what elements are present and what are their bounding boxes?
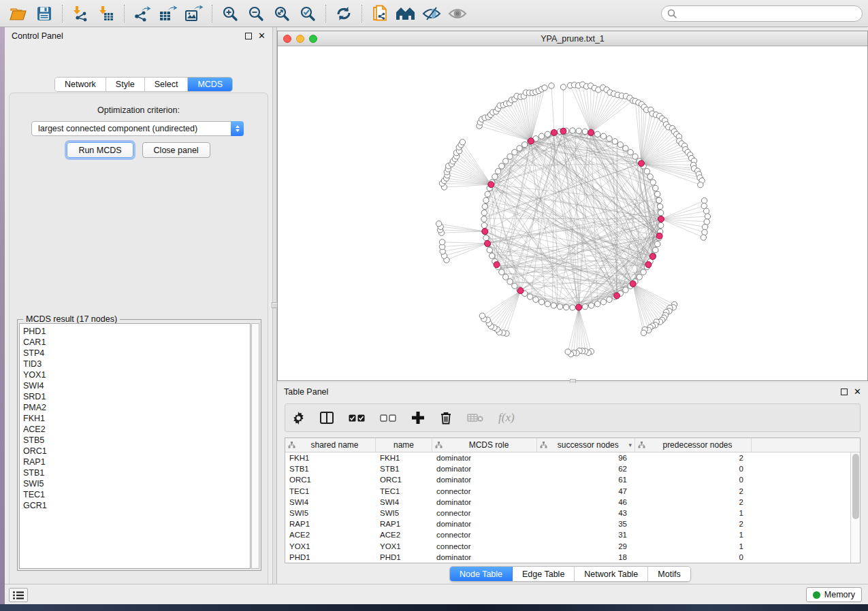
float-table-panel-icon[interactable] <box>841 389 848 395</box>
zoom-in-button[interactable] <box>217 3 243 24</box>
delete-column-button[interactable] <box>440 409 452 427</box>
tab-mcds[interactable]: MCDS <box>188 78 232 91</box>
table-row[interactable]: RAP1RAP1dominator352 <box>285 518 860 529</box>
table-cell: FKH1 <box>376 454 432 462</box>
control-panel-titlebar: Control Panel ✕ <box>5 27 272 45</box>
table-cell: connector <box>432 487 537 495</box>
split-columns-icon <box>320 412 334 424</box>
column-type-icon <box>540 442 547 448</box>
tab-select[interactable]: Select <box>145 78 189 91</box>
show-graphics-details-button[interactable] <box>445 3 470 24</box>
open-folder-icon <box>10 6 27 21</box>
table-cell: connector <box>432 542 537 550</box>
mcds-result-item[interactable]: TID3 <box>23 359 250 369</box>
mcds-result-item[interactable]: STB1 <box>23 467 250 478</box>
column-visibility-button[interactable] <box>320 409 334 427</box>
table-row[interactable]: SWI4SWI4dominator462 <box>285 497 860 508</box>
tab-style[interactable]: Style <box>106 78 145 91</box>
table-mode-gear-button[interactable] <box>292 409 305 427</box>
close-panel-icon[interactable]: ✕ <box>258 33 266 39</box>
table-row[interactable]: ORC1ORC1dominator610 <box>285 474 860 485</box>
memory-button[interactable]: Memory <box>806 587 862 602</box>
table-cell: connector <box>432 531 537 539</box>
table-row[interactable]: FKH1FKH1dominator962 <box>285 452 860 463</box>
network-graph[interactable] <box>278 46 867 380</box>
tab-network[interactable]: Network <box>55 78 106 91</box>
zoom-out-button[interactable] <box>243 3 269 24</box>
zoom-fit-button[interactable] <box>269 3 295 24</box>
network-view[interactable] <box>278 46 867 380</box>
mcds-result-item[interactable]: ACE2 <box>23 424 250 435</box>
import-network-button[interactable] <box>67 3 93 24</box>
update-view-button[interactable] <box>331 3 357 24</box>
mcds-result-item[interactable]: CAR1 <box>23 337 250 348</box>
optimization-criterion-select[interactable]: largest connected component (undirected) <box>31 121 244 136</box>
table-row[interactable]: STB1STB1dominator620 <box>285 463 860 474</box>
table-row[interactable]: TEC1TEC1connector472 <box>285 486 860 497</box>
table-row[interactable]: PHD1PHD1dominator180 <box>285 552 860 563</box>
save-floppy-icon <box>37 6 52 21</box>
column-header-successor-nodes[interactable]: successor nodes▾ <box>537 438 635 452</box>
export-image-button[interactable] <box>181 3 207 24</box>
float-panel-icon[interactable] <box>245 33 252 39</box>
mcds-result-item[interactable]: SWI5 <box>23 478 250 489</box>
column-header-predecessor-nodes[interactable]: predecessor nodes <box>635 438 752 452</box>
column-header-shared-name[interactable]: shared name <box>285 438 376 452</box>
table-row[interactable]: SWI5SWI5connector431 <box>285 508 860 518</box>
table-cell: TEC1 <box>285 487 376 495</box>
close-table-panel-icon[interactable]: ✕ <box>854 389 861 395</box>
mcds-result-item[interactable]: TEC1 <box>23 489 250 500</box>
mcds-result-item[interactable]: SRD1 <box>23 391 250 402</box>
mcds-list-scrollbar[interactable] <box>251 323 259 569</box>
column-header-MCDS-role[interactable]: MCDS role <box>432 438 537 452</box>
tab-edge-table[interactable]: Edge Table <box>513 567 575 581</box>
zoom-selected-button[interactable] <box>295 3 321 24</box>
mcds-result-item[interactable]: YOX1 <box>23 369 250 380</box>
mcds-result-item[interactable]: STP4 <box>23 348 250 359</box>
network-overview-button[interactable] <box>393 3 419 24</box>
tab-node-table[interactable]: Node Table <box>450 567 513 581</box>
tab-network-table[interactable]: Network Table <box>575 567 648 581</box>
open-file-button[interactable] <box>5 3 31 24</box>
table-cell: 35 <box>537 520 635 528</box>
close-panel-button[interactable]: Close panel <box>142 142 210 158</box>
mcds-result-item[interactable]: GCR1 <box>23 500 250 511</box>
search-input[interactable] <box>680 9 856 18</box>
task-history-button[interactable] <box>9 588 28 602</box>
mcds-result-item[interactable]: FKH1 <box>23 413 250 424</box>
column-header-name[interactable]: name <box>376 438 432 452</box>
export-network-button[interactable] <box>129 3 155 24</box>
delete-table-button[interactable] <box>467 409 483 427</box>
select-all-button[interactable] <box>349 409 365 427</box>
table-cell: 43 <box>537 509 635 517</box>
tab-motifs[interactable]: Motifs <box>648 567 690 581</box>
table-scrollbar[interactable] <box>850 452 860 563</box>
mcds-result-item[interactable]: ORC1 <box>23 446 250 457</box>
save-session-button[interactable] <box>31 3 57 24</box>
mcds-result-item[interactable]: RAP1 <box>23 457 250 467</box>
table-cell: dominator <box>432 498 537 506</box>
table-scrollbar-thumb[interactable] <box>852 454 859 519</box>
export-table-button[interactable] <box>155 3 181 24</box>
mcds-result-item[interactable]: PHD1 <box>23 326 250 337</box>
table-cell: 1 <box>635 509 752 517</box>
function-builder-button[interactable]: f(x) <box>498 409 515 427</box>
mcds-result-item[interactable]: STB5 <box>23 435 250 446</box>
clone-network-button[interactable] <box>367 3 393 24</box>
mcds-result-item[interactable]: SWI4 <box>23 380 250 391</box>
checked-boxes-icon <box>349 414 365 422</box>
refresh-icon <box>336 5 352 22</box>
mcds-result-list[interactable]: PHD1CAR1STP4TID3YOX1SWI4SRD1PMA2FKH1ACE2… <box>19 323 251 569</box>
table-cell: 31 <box>537 531 635 539</box>
deselect-all-button[interactable] <box>380 409 396 427</box>
control-panel-title: Control Panel <box>12 31 63 41</box>
hide-graphics-details-button[interactable] <box>419 3 445 24</box>
create-column-button[interactable] <box>411 409 425 427</box>
table-row[interactable]: ACE2ACE2connector311 <box>285 529 860 540</box>
overview-houses-icon <box>396 6 416 21</box>
mcds-result-item[interactable]: PMA2 <box>23 402 250 413</box>
import-table-button[interactable] <box>93 3 119 24</box>
zoom-selected-icon <box>300 5 316 22</box>
run-mcds-button[interactable]: Run MCDS <box>67 142 133 158</box>
table-row[interactable]: YOX1YOX1connector291 <box>285 541 860 552</box>
